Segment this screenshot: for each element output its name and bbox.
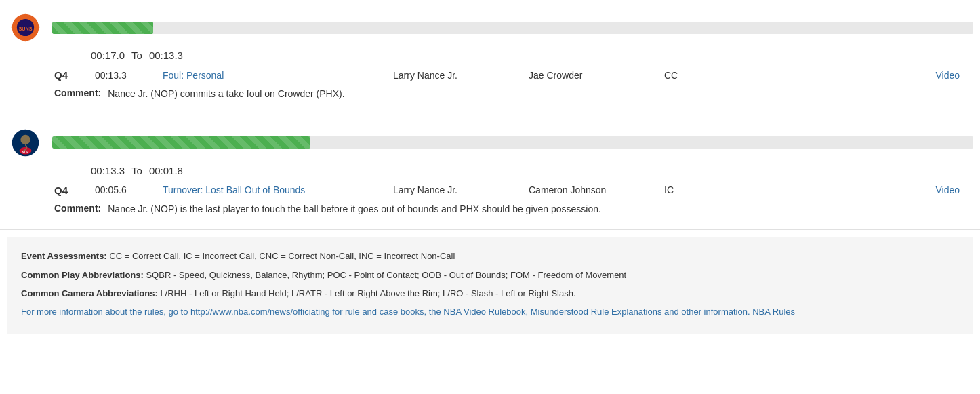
comment-row-2: Comment: Nance Jr. (NOP) is the last pla… <box>0 200 980 219</box>
timer-to-2: To <box>131 165 142 176</box>
timer-row-2: 00:13.3 To 00:01.8 <box>0 161 980 180</box>
action-1: Foul: Personal <box>163 70 393 81</box>
data-row-2: Q4 00:05.6 Turnover: Lost Ball Out of Bo… <box>0 180 980 200</box>
comment-text-2: Nance Jr. (NOP) is the last player to to… <box>108 203 601 216</box>
event-1-section: SUNS 00:17.0 To 00:13.3 Q4 00:13.3 Fou <box>0 0 980 115</box>
more-info-text: For more information about the rules, go… <box>21 307 750 317</box>
player2-1: Jae Crowder <box>529 70 664 81</box>
action-2: Turnover: Lost Ball Out of Bounds <box>163 184 393 195</box>
time-1: 00:13.3 <box>95 70 163 81</box>
player1-1: Larry Nance Jr. <box>393 70 529 81</box>
time-2: 00:05.6 <box>95 184 163 195</box>
video-cell-2: Video <box>718 184 973 195</box>
timer-start-1: 00:17.0 <box>91 50 125 61</box>
call-type-2: IC <box>664 184 718 195</box>
timer-to-1: To <box>131 50 142 61</box>
player1-2: Larry Nance Jr. <box>393 184 529 195</box>
abbreviations-line: Common Play Abbreviations: SQBR - Speed,… <box>21 267 959 283</box>
suns-team-logo: SUNS <box>7 12 44 43</box>
camera-label: Common Camera Abbreviations: <box>21 288 158 298</box>
video-link-2[interactable]: Video <box>935 184 960 195</box>
assessments-text: CC = Correct Call, IC = Incorrect Call, … <box>107 251 455 261</box>
call-type-1: CC <box>664 70 718 81</box>
quarter-1: Q4 <box>54 69 95 81</box>
event-2-section: NOP 00:13.3 To 00:01.8 Q4 00:05.6 Turnov… <box>0 115 980 231</box>
svg-text:SUNS: SUNS <box>19 26 33 32</box>
comment-row-1: Comment: Nance Jr. (NOP) commits a take … <box>0 85 980 104</box>
player2-2: Cameron Johnson <box>529 184 664 195</box>
abbreviations-label: Common Play Abbreviations: <box>21 270 144 280</box>
abbreviations-text: SQBR - Speed, Quickness, Balance, Rhythm… <box>144 270 626 280</box>
assessments-label: Event Assessments: <box>21 251 107 261</box>
more-info-line: For more information about the rules, go… <box>21 304 959 319</box>
progress-bar-2 <box>52 136 973 149</box>
progress-bar-fill-1 <box>52 22 153 34</box>
timer-end-1: 00:13.3 <box>149 50 183 61</box>
svg-text:NOP: NOP <box>22 150 29 153</box>
progress-bar-fill-2 <box>52 136 310 149</box>
timer-start-2: 00:13.3 <box>91 165 125 176</box>
camera-text: L/RHH - Left or Right Hand Held; L/RATR … <box>158 288 576 298</box>
timer-end-2: 00:01.8 <box>149 165 183 176</box>
camera-line: Common Camera Abbreviations: L/RHH - Lef… <box>21 285 959 301</box>
assessments-line: Event Assessments: CC = Correct Call, IC… <box>21 248 959 264</box>
video-cell-1: Video <box>718 70 973 81</box>
data-row-1: Q4 00:13.3 Foul: Personal Larry Nance Jr… <box>0 65 980 85</box>
svg-point-8 <box>20 134 30 144</box>
quarter-2: Q4 <box>54 184 95 196</box>
comment-label-2: Comment: <box>54 203 101 214</box>
nba-rules-link[interactable]: NBA Rules <box>752 307 795 317</box>
pelicans-team-logo: NOP <box>7 127 44 158</box>
main-container: SUNS 00:17.0 To 00:13.3 Q4 00:13.3 Fou <box>0 0 980 334</box>
progress-bar-1 <box>52 22 973 34</box>
video-link-1[interactable]: Video <box>935 70 960 81</box>
comment-label-1: Comment: <box>54 87 101 98</box>
comment-text-1: Nance Jr. (NOP) commits a take foul on C… <box>108 87 344 101</box>
footer-section: Event Assessments: CC = Correct Call, IC… <box>7 237 973 334</box>
timer-row-1: 00:17.0 To 00:13.3 <box>0 45 980 65</box>
